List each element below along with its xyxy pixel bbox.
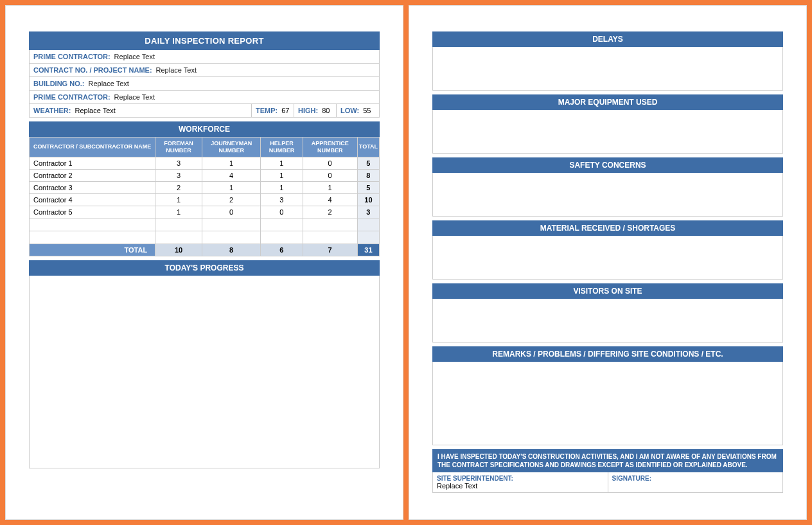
cell-journeyman[interactable]: 4	[202, 169, 260, 181]
cell-foreman[interactable]: 1	[155, 206, 202, 218]
cell-apprentice[interactable]: 4	[303, 193, 357, 206]
cell-foreman[interactable]: 2	[155, 181, 202, 193]
cell-journeyman[interactable]: 2	[202, 193, 260, 206]
signature-row: SITE SUPERINTENDENT: Replace Text SIGNAT…	[432, 472, 783, 493]
signature-cell: SIGNATURE:	[608, 472, 783, 492]
total-apprentice: 7	[303, 244, 357, 256]
total-helper: 6	[261, 244, 303, 256]
safety-title: SAFETY CONCERNS	[432, 157, 783, 173]
cell-helper[interactable]: 3	[261, 193, 303, 206]
field-building: BUILDING NO.: Replace Text	[29, 77, 380, 91]
value-building[interactable]: Replace Text	[88, 80, 128, 87]
table-row-total: TOTAL1086731	[30, 244, 380, 256]
total-journeyman: 8	[202, 244, 260, 256]
label-low: LOW:	[340, 107, 359, 114]
delays-box[interactable]	[432, 47, 783, 91]
cell-foreman[interactable]: 3	[155, 157, 202, 169]
value-weather[interactable]: Replace Text	[75, 107, 115, 114]
cell-apprentice[interactable]: 0	[303, 169, 357, 181]
cell-helper[interactable]: 1	[261, 157, 303, 169]
col-foreman: FOREMAN NUMBER	[155, 138, 202, 157]
cell-helper[interactable]: 1	[261, 181, 303, 193]
cell-name[interactable]: Contractor 3	[30, 181, 155, 193]
table-row-empty	[30, 231, 380, 244]
weather-row: WEATHER: Replace Text TEMP: 67 HIGH: 80 …	[29, 104, 380, 118]
cell-journeyman[interactable]: 0	[202, 206, 260, 218]
table-row: Contractor 4123410	[30, 193, 380, 206]
visitors-box[interactable]	[432, 299, 783, 343]
cell-apprentice[interactable]: 0	[303, 157, 357, 169]
value-superintendent[interactable]: Replace Text	[437, 482, 604, 490]
delays-title: DELAYS	[432, 31, 783, 47]
field-prime-contractor-2: PRIME CONTRACTOR: Replace Text	[29, 91, 380, 104]
cell-foreman[interactable]: 1	[155, 193, 202, 206]
cell-foreman[interactable]: 3	[155, 169, 202, 181]
remarks-box[interactable]	[432, 362, 783, 445]
table-row: Contractor 131105	[30, 157, 380, 169]
progress-title: TODAY'S PROGRESS	[29, 260, 380, 276]
table-row: Contractor 321115	[30, 181, 380, 193]
label-superintendent: SITE SUPERINTENDENT:	[437, 475, 604, 482]
cell-name[interactable]: Contractor 5	[30, 206, 155, 218]
cell-journeyman[interactable]: 1	[202, 157, 260, 169]
workforce-table: CONTRACTOR / SUBCONTRACTOR NAME FOREMAN …	[29, 137, 380, 256]
value-contract[interactable]: Replace Text	[156, 66, 197, 74]
field-contract: CONTRACT NO. / PROJECT NAME: Replace Tex…	[29, 64, 380, 77]
cell-name[interactable]: Contractor 4	[30, 193, 155, 206]
cell-apprentice[interactable]: 1	[303, 181, 357, 193]
label-building: BUILDING NO.:	[33, 80, 84, 87]
workforce-title: WORKFORCE	[29, 121, 380, 137]
visitors-title: VISITORS ON SITE	[432, 283, 783, 299]
cell-total: 3	[357, 206, 379, 218]
label-prime-contractor: PRIME CONTRACTOR:	[33, 53, 110, 60]
report-title: DAILY INSPECTION REPORT	[29, 31, 380, 50]
cell-total: 8	[357, 169, 379, 181]
label-high: HIGH:	[298, 107, 318, 114]
remarks-title: REMARKS / PROBLEMS / DIFFERING SITE COND…	[432, 346, 783, 362]
value-prime-contractor[interactable]: Replace Text	[114, 53, 155, 60]
cell-helper[interactable]: 1	[261, 169, 303, 181]
cell-name[interactable]: Contractor 1	[30, 157, 155, 169]
page-2: DELAYS MAJOR EQUIPMENT USED SAFETY CONCE…	[409, 5, 807, 520]
label-prime-contractor-2: PRIME CONTRACTOR:	[33, 93, 110, 101]
col-helper: HELPER NUMBER	[261, 138, 303, 157]
page-1: DAILY INSPECTION REPORT PRIME CONTRACTOR…	[5, 5, 403, 520]
equipment-title: MAJOR EQUIPMENT USED	[432, 94, 783, 110]
cell-total: 5	[357, 157, 379, 169]
progress-box[interactable]	[29, 276, 380, 468]
equipment-box[interactable]	[432, 110, 783, 154]
cell-total: 10	[357, 193, 379, 206]
value-temp[interactable]: 67	[281, 107, 289, 114]
cell-apprentice[interactable]: 2	[303, 206, 357, 218]
safety-box[interactable]	[432, 173, 783, 217]
col-apprentice: APPRENTICE NUMBER	[303, 138, 357, 157]
label-temp: TEMP:	[256, 107, 278, 114]
material-title: MATERIAL RECEIVED / SHORTAGES	[432, 220, 783, 236]
certification-text: I HAVE INSPECTED TODAY'S CONSTRUCTION AC…	[432, 449, 783, 472]
total-foreman: 10	[155, 244, 202, 256]
col-name: CONTRACTOR / SUBCONTRACTOR NAME	[30, 138, 155, 157]
col-total: TOTAL	[357, 138, 379, 157]
label-signature: SIGNATURE:	[612, 475, 779, 482]
value-prime-contractor-2[interactable]: Replace Text	[114, 93, 155, 101]
cell-journeyman[interactable]: 1	[202, 181, 260, 193]
label-weather: WEATHER:	[33, 107, 71, 114]
label-contract: CONTRACT NO. / PROJECT NAME:	[33, 66, 152, 74]
total-label: TOTAL	[30, 244, 155, 256]
material-box[interactable]	[432, 236, 783, 280]
value-low[interactable]: 55	[363, 107, 371, 114]
cell-name[interactable]: Contractor 2	[30, 169, 155, 181]
total-sum: 31	[357, 244, 379, 256]
superintendent-cell: SITE SUPERINTENDENT: Replace Text	[433, 472, 608, 492]
value-high[interactable]: 80	[322, 107, 330, 114]
table-row: Contractor 510023	[30, 206, 380, 218]
col-journeyman: JOURNEYMAN NUMBER	[202, 138, 260, 157]
table-row: Contractor 234108	[30, 169, 380, 181]
cell-helper[interactable]: 0	[261, 206, 303, 218]
table-row-empty	[30, 218, 380, 231]
field-prime-contractor: PRIME CONTRACTOR: Replace Text	[29, 50, 380, 64]
cell-total: 5	[357, 181, 379, 193]
